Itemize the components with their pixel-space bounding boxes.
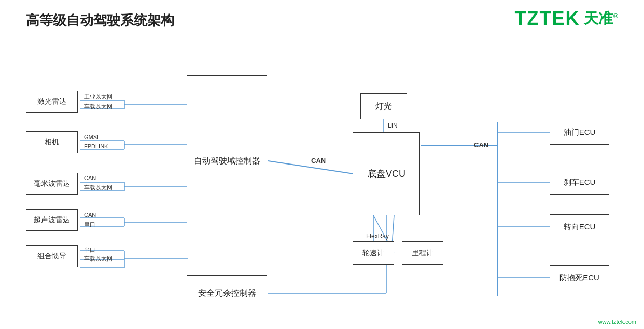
diagram: 自动驾驶域控制器 激光雷达 相机 毫米波雷达 超声波雷达 组合惯导 工业以太网 … bbox=[0, 42, 644, 329]
label-camera-2: FPDLINK bbox=[84, 143, 108, 149]
label-ultrasonic-2: 串口 bbox=[84, 221, 95, 228]
label-ultrasonic-1: CAN bbox=[84, 212, 96, 218]
ecu-abs-box: 防抱死ECU bbox=[550, 265, 609, 290]
label-mmwave-1: CAN bbox=[84, 175, 96, 181]
sensor-lidar: 自动驾驶域控制器 激光雷达 bbox=[26, 91, 78, 113]
ecu-steering-box: 转向ECU bbox=[550, 214, 609, 239]
label-mmwave-2: 车载以太网 bbox=[84, 184, 113, 191]
safety-controller-box: 安全冗余控制器 bbox=[187, 275, 267, 311]
main-controller-box: 自动驾驶域控制器 bbox=[187, 75, 267, 246]
logo-area: TZTEK 天准® bbox=[514, 8, 618, 30]
logo-text: TZTEK bbox=[514, 8, 580, 30]
label-camera-1: GMSL bbox=[84, 134, 100, 140]
lin-label: LIN bbox=[388, 122, 398, 129]
sensor-camera: 相机 bbox=[26, 131, 78, 153]
can-label-left: CAN bbox=[311, 157, 326, 164]
flexray-label: FlexRay bbox=[366, 232, 389, 240]
sensor-imu: 组合惯导 bbox=[26, 245, 78, 267]
sensor-ultrasonic: 超声波雷达 bbox=[26, 209, 78, 231]
can-label-right: CAN bbox=[474, 141, 488, 149]
label-imu-2: 车载以太网 bbox=[84, 255, 113, 263]
chassis-vcu-box: 底盘VCU bbox=[353, 132, 420, 215]
label-lidar-2: 车载以太网 bbox=[84, 103, 113, 111]
website-label: www.tztek.com bbox=[598, 319, 636, 325]
light-box: 灯光 bbox=[360, 93, 407, 119]
label-lidar-1: 工业以太网 bbox=[84, 93, 113, 101]
ecu-brake-box: 刹车ECU bbox=[550, 170, 609, 195]
logo-cn: 天准® bbox=[584, 9, 618, 29]
page-title: 高等级自动驾驶系统架构 bbox=[26, 11, 174, 30]
ecu-throttle-box: 油门ECU bbox=[550, 120, 609, 145]
sensor-mmwave: 毫米波雷达 bbox=[26, 173, 78, 195]
odometer-box: 里程计 bbox=[402, 241, 443, 265]
label-imu-1: 串口 bbox=[84, 246, 95, 254]
speed-box: 轮速计 bbox=[353, 241, 394, 265]
